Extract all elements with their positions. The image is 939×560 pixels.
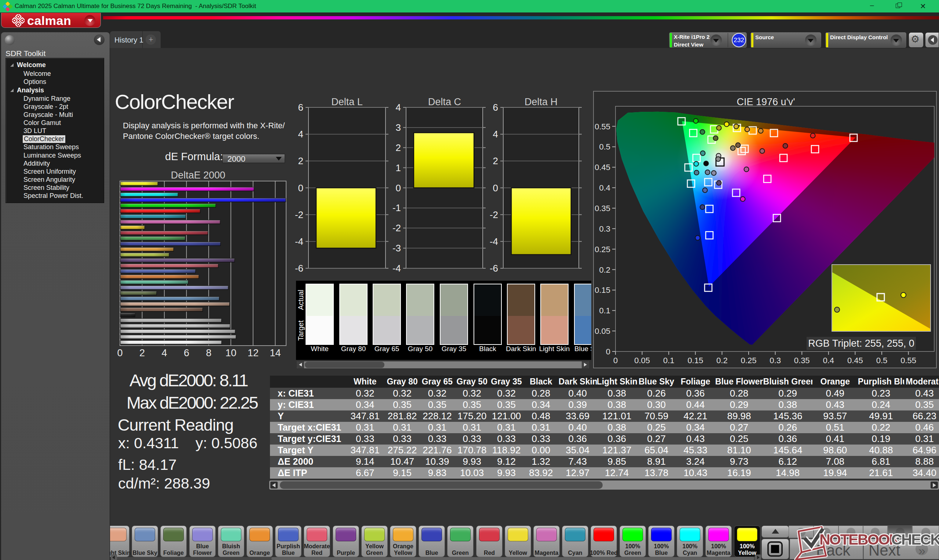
svg-text:RGB Triplet: 255, 255, 0: RGB Triplet: 255, 255, 0 [808, 338, 914, 349]
svg-text:0.05: 0.05 [595, 326, 611, 336]
svg-text:CHECK: CHECK [891, 531, 939, 548]
svg-text:0.5: 0.5 [876, 356, 888, 365]
svg-text:0.25: 0.25 [741, 356, 757, 365]
svg-text:0.25: 0.25 [595, 245, 611, 254]
svg-text:0.35: 0.35 [595, 204, 611, 213]
svg-text:0.4: 0.4 [599, 183, 611, 192]
svg-text:NOTEBOOK: NOTEBOOK [819, 531, 900, 548]
svg-text:0: 0 [606, 347, 611, 356]
svg-text:0.55: 0.55 [900, 356, 916, 365]
svg-text:0.1: 0.1 [663, 356, 675, 365]
svg-text:0.1: 0.1 [599, 306, 611, 315]
svg-text:0.45: 0.45 [595, 163, 611, 172]
svg-text:0.35: 0.35 [794, 356, 810, 365]
svg-text:0.05: 0.05 [634, 356, 650, 365]
svg-text:0.3: 0.3 [769, 356, 781, 365]
svg-text:0.15: 0.15 [595, 286, 611, 295]
svg-text:0: 0 [613, 356, 618, 365]
svg-text:0.2: 0.2 [716, 356, 728, 365]
svg-text:0.15: 0.15 [688, 356, 703, 365]
svg-text:0.55: 0.55 [595, 122, 611, 131]
svg-text:0.4: 0.4 [823, 356, 834, 365]
svg-text:CIE 1976 u'v': CIE 1976 u'v' [737, 96, 795, 108]
svg-text:0.5: 0.5 [599, 142, 611, 151]
svg-text:0.45: 0.45 [847, 356, 863, 365]
svg-text:0.2: 0.2 [599, 265, 611, 274]
svg-text:0.3: 0.3 [599, 224, 611, 234]
